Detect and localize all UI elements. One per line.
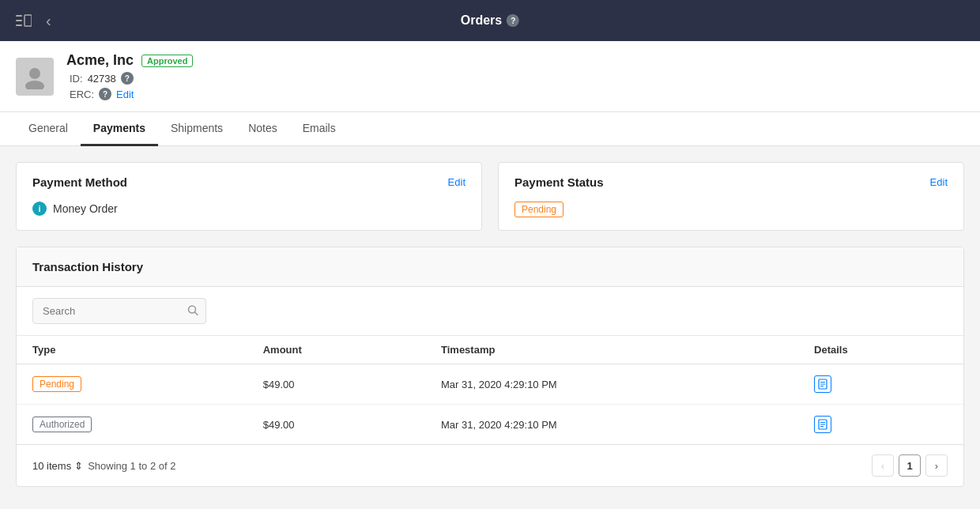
page-title: Orders ?	[461, 13, 519, 28]
cell-details-1	[798, 405, 963, 445]
transaction-history-section: Transaction History Type Amount Timest	[16, 247, 964, 487]
svg-point-4	[29, 68, 40, 79]
table-row: Authorized $49.00 Mar 31, 2020 4:29:10 P…	[17, 405, 963, 445]
erc-help-icon[interactable]: ?	[99, 88, 111, 100]
info-icon: i	[32, 202, 47, 216]
id-label: ID:	[70, 73, 83, 85]
avatar	[16, 58, 54, 96]
topbar-help-icon[interactable]: ?	[507, 14, 519, 27]
sidebar-toggle-button[interactable]	[13, 11, 35, 30]
payment-status-card: Payment Status Edit Pending	[498, 162, 964, 231]
items-per-page-label: 10 items	[32, 460, 71, 472]
svg-rect-3	[24, 15, 32, 26]
cell-details-0	[798, 364, 963, 405]
back-button[interactable]: ‹	[43, 9, 55, 33]
cell-amount-1: $49.00	[247, 405, 425, 445]
company-name: Acme, Inc	[66, 52, 134, 69]
pagination: ‹ 1 ›	[872, 454, 948, 477]
table-footer: 10 items ⇕ Showing 1 to 2 of 2 ‹ 1 ›	[17, 444, 963, 486]
payment-status-header: Payment Status Edit	[514, 175, 948, 189]
payment-method-card: Payment Method Edit i Money Order	[16, 162, 482, 231]
cell-type-0: Pending	[17, 364, 247, 405]
details-button-0[interactable]	[814, 375, 831, 393]
topbar: ‹ Orders ?	[0, 0, 980, 41]
status-badge: Approved	[141, 55, 193, 67]
payment-status-badge: Pending	[514, 202, 564, 217]
next-page-button[interactable]: ›	[925, 454, 948, 477]
cell-timestamp-0: Mar 31, 2020 4:29:10 PM	[425, 364, 798, 405]
edit-link[interactable]: Edit	[116, 89, 134, 100]
payment-method-title: Payment Method	[32, 175, 127, 189]
search-wrapper	[32, 298, 206, 324]
main-content: Payment Method Edit i Money Order Paymen…	[0, 146, 980, 503]
prev-page-button[interactable]: ‹	[872, 454, 894, 477]
payment-method-content: i Money Order	[32, 202, 466, 216]
footer-left: 10 items ⇕ Showing 1 to 2 of 2	[32, 460, 175, 472]
table-row: Pending $49.00 Mar 31, 2020 4:29:10 PM	[17, 364, 963, 405]
payment-method-header: Payment Method Edit	[32, 175, 466, 189]
search-bar-row	[17, 287, 963, 336]
type-badge-1: Authorized	[32, 417, 92, 432]
cell-amount-0: $49.00	[247, 364, 425, 405]
cell-timestamp-1: Mar 31, 2020 4:29:10 PM	[425, 405, 798, 445]
payment-method-edit[interactable]: Edit	[448, 176, 466, 188]
tab-emails[interactable]: Emails	[290, 112, 349, 146]
tab-payments[interactable]: Payments	[81, 112, 158, 146]
svg-rect-0	[16, 15, 22, 17]
page-1-button[interactable]: 1	[899, 454, 921, 477]
tab-shipments[interactable]: Shipments	[158, 112, 236, 146]
id-help-icon[interactable]: ?	[121, 72, 134, 85]
items-per-page-icon: ⇕	[74, 460, 83, 472]
table-header-row: Type Amount Timestamp Details	[17, 336, 963, 364]
cards-row: Payment Method Edit i Money Order Paymen…	[16, 162, 964, 231]
payment-method-name: Money Order	[53, 202, 118, 215]
tabs-bar: General Payments Shipments Notes Emails	[0, 112, 980, 146]
details-button-1[interactable]	[814, 416, 831, 433]
col-details: Details	[798, 336, 963, 364]
page-header: Acme, Inc Approved ID: 42738 ? ERC: ? Ed…	[0, 41, 980, 112]
col-amount: Amount	[247, 336, 425, 364]
transaction-table: Type Amount Timestamp Details Pending $4…	[17, 336, 963, 444]
erc-label: ERC:	[70, 89, 94, 100]
search-input[interactable]	[32, 298, 206, 324]
col-timestamp: Timestamp	[425, 336, 798, 364]
svg-rect-2	[16, 25, 22, 26]
showing-text: Showing 1 to 2 of 2	[88, 460, 175, 472]
id-value: 42738	[88, 73, 116, 85]
col-type: Type	[17, 336, 247, 364]
items-per-page-selector[interactable]: 10 items ⇕	[32, 460, 83, 472]
tab-general[interactable]: General	[16, 112, 81, 146]
transaction-history-title: Transaction History	[17, 247, 963, 287]
tab-notes[interactable]: Notes	[236, 112, 290, 146]
cell-type-1: Authorized	[17, 405, 247, 445]
svg-point-5	[25, 81, 44, 89]
payment-status-title: Payment Status	[514, 175, 604, 189]
payment-status-badge-wrapper: Pending	[514, 202, 948, 217]
svg-rect-1	[16, 20, 22, 21]
type-badge-0: Pending	[32, 376, 81, 392]
payment-status-edit[interactable]: Edit	[930, 176, 948, 188]
